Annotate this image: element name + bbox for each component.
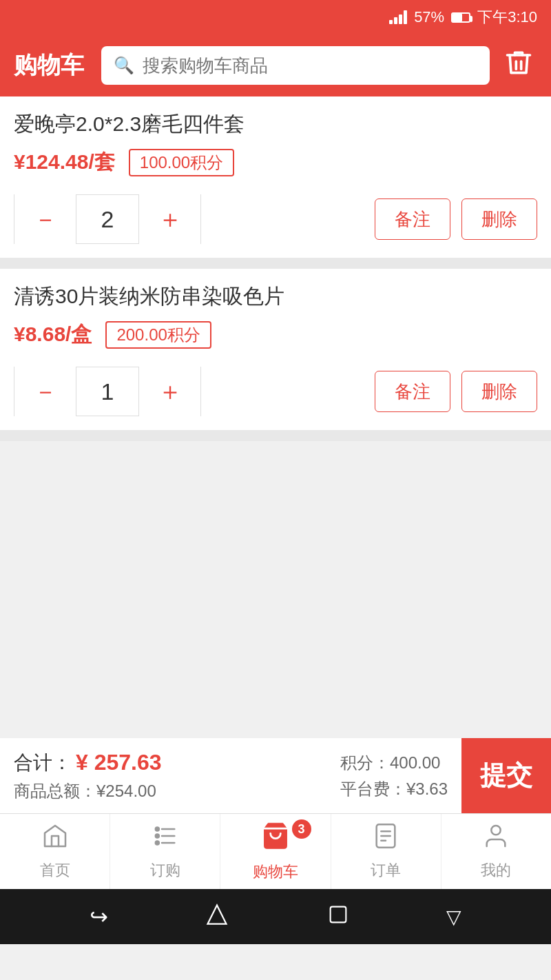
item-2-action-buttons: 备注 删除 [375,371,537,412]
recent-button[interactable] [326,903,350,931]
svg-point-2 [156,841,159,845]
status-bar: 57% 下午3:10 [0,0,551,34]
item-2-delete-button[interactable]: 删除 [461,371,537,412]
nav-item-home[interactable]: 首页 [0,814,110,889]
item-1-controls: － 2 ＋ 备注 删除 [14,187,537,258]
menu-button[interactable]: ▽ [446,906,461,928]
cart-item-2: 清诱30片装纳米防串染吸色片 ¥8.68/盒 200.00积分 － 1 ＋ 备注… [0,269,551,430]
item-2-qty-box: － 1 ＋ [14,367,201,416]
svg-marker-12 [208,905,227,923]
item-1-action-buttons: 备注 删除 [375,198,537,240]
nav-label-orders: 订单 [371,860,401,881]
item-1-delete-button[interactable]: 删除 [461,198,537,240]
item-1-qty-box: － 2 ＋ [14,194,201,244]
cart-content: 爱晚亭2.0*2.3磨毛四件套 ¥124.48/套 100.00积分 － 2 ＋… [0,96,551,441]
home-sys-button[interactable] [205,902,229,932]
item-2-controls: － 1 ＋ 备注 删除 [14,360,537,430]
trash-button[interactable] [500,44,537,88]
total-amount: ¥ 257.63 [76,750,162,775]
svg-rect-13 [330,906,346,922]
item-2-increase-button[interactable]: ＋ [138,367,200,416]
signal-icon [389,10,407,24]
item-1-increase-button[interactable]: ＋ [138,194,200,244]
time-display: 下午3:10 [477,7,537,28]
cart-item-1: 爱晚亭2.0*2.3磨毛四件套 ¥124.48/套 100.00积分 － 2 ＋… [0,96,551,258]
orders-icon [372,822,399,856]
platform-fee-line: 平台费：¥3.63 [340,778,448,800]
home-icon [41,822,69,856]
item-1-note-button[interactable]: 备注 [375,198,450,240]
search-box[interactable]: 🔍 [101,46,490,85]
subtotal-line: 商品总额：¥254.00 [14,780,313,802]
item-1-price-row: ¥124.48/套 100.00积分 [14,148,537,176]
page-title: 购物车 [14,50,84,81]
item-2-decrease-button[interactable]: － [14,367,76,416]
nav-item-cart[interactable]: 3 购物车 [220,814,331,889]
battery-percent: 57% [414,8,444,26]
nav-label-cart: 购物车 [253,861,298,882]
submit-button[interactable]: 提交 [461,738,551,813]
item-1-points: 100.00积分 [129,149,234,176]
points-line: 积分：400.00 [340,752,448,774]
header: 购物车 🔍 [0,34,551,96]
item-1-quantity: 2 [76,194,138,244]
cart-badge: 3 [292,819,311,839]
nav-label-mine: 我的 [481,860,511,881]
item-2-name: 清诱30片装纳米防串染吸色片 [14,283,537,311]
nav-item-orders[interactable]: 订单 [331,814,441,889]
nav-item-mine[interactable]: 我的 [441,814,551,889]
search-icon: 🔍 [114,56,134,75]
search-input[interactable] [143,55,477,76]
footer-summary: 合计： ¥ 257.63 商品总额：¥254.00 积分：400.00 平台费：… [0,737,551,813]
system-nav: ↩ ▽ [0,889,551,944]
svg-point-1 [156,835,159,838]
bottom-nav: 首页 订购 3 购物车 [0,813,551,889]
nav-label-home: 首页 [40,860,70,881]
total-label: 合计： [14,750,72,776]
divider-1 [0,258,551,269]
summary-right: 积分：400.00 平台费：¥3.63 [326,738,461,813]
cart-icon [260,821,291,857]
battery-icon [451,12,470,23]
item-1-decrease-button[interactable]: － [14,194,76,244]
item-2-note-button[interactable]: 备注 [375,371,450,412]
item-2-price: ¥8.68/盒 [14,320,92,349]
user-icon [482,822,510,856]
item-2-quantity: 1 [76,367,138,416]
summary-left: 合计： ¥ 257.63 商品总额：¥254.00 [0,738,326,813]
item-1-name: 爱晚亭2.0*2.3磨毛四件套 [14,110,537,139]
divider-2 [0,430,551,441]
item-1-price: ¥124.48/套 [14,148,115,176]
total-line: 合计： ¥ 257.63 [14,750,313,776]
back-button[interactable]: ↩ [90,904,108,930]
order-icon [152,822,179,856]
item-2-price-row: ¥8.68/盒 200.00积分 [14,320,537,349]
nav-item-order[interactable]: 订购 [110,814,220,889]
nav-label-order: 订购 [150,860,180,881]
svg-point-0 [156,828,159,831]
svg-point-11 [492,826,501,835]
empty-area [0,441,551,737]
item-2-points: 200.00积分 [105,321,211,349]
